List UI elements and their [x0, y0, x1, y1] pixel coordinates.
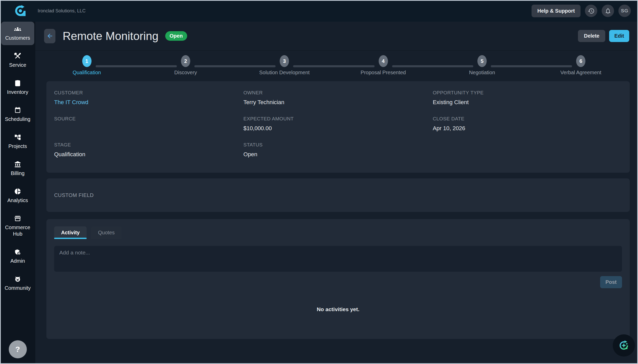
sidebar-item-admin[interactable]: Admin — [1, 245, 34, 268]
step-label: Discovery — [174, 70, 197, 76]
field-value — [54, 125, 243, 132]
step-number: 4 — [379, 55, 388, 67]
pig-icon — [14, 276, 21, 283]
custom-fields-card: CUSTOM FIELD — [46, 178, 630, 212]
sidebar-item-scheduling[interactable]: Scheduling — [1, 103, 34, 126]
sidebar-item-commerce-hub[interactable]: Commerce Hub — [1, 211, 34, 241]
field-label: STATUS — [243, 142, 433, 148]
admin-icon — [14, 249, 21, 255]
note-input-container — [54, 246, 622, 272]
field-value: $10,000.00 — [243, 125, 433, 132]
step-verbal-agreement[interactable]: 6 Verbal Agreement — [532, 55, 630, 76]
bell-icon — [604, 7, 611, 14]
topbar: Ironclad Solutions, LLC Help & Support S… — [0, 0, 638, 22]
sitemap-icon — [14, 134, 21, 141]
syncro-logo[interactable] — [14, 5, 26, 17]
opportunity-details-card: CUSTOMER The IT Crowd OWNER Terry Techni… — [46, 81, 630, 173]
step-label: Proposal Presented — [361, 70, 406, 76]
customer-link[interactable]: The IT Crowd — [54, 99, 243, 106]
sidebar-item-label: Community — [5, 285, 31, 291]
field-label: CUSTOMER — [54, 90, 243, 96]
sidebar-item-projects[interactable]: Projects — [1, 130, 34, 153]
company-name: Ironclad Solutions, LLC — [38, 8, 86, 14]
main-content: Remote Monitoring Open Delete Edit 1 Qua… — [35, 22, 638, 364]
inventory-icon — [14, 80, 21, 87]
step-label: Negotiation — [469, 70, 495, 76]
field-owner: OWNER Terry Technician — [243, 90, 433, 106]
field-label: EXPECTED AMOUNT — [243, 116, 433, 122]
sidebar-item-label: Analytics — [7, 197, 28, 204]
status-badge: Open — [165, 31, 187, 41]
field-expected-amount: EXPECTED AMOUNT $10,000.00 — [243, 116, 433, 132]
field-label: CLOSE DATE — [433, 116, 622, 122]
step-label: Solution Development — [259, 70, 310, 76]
sidebar-item-label: Customers — [5, 35, 30, 41]
field-label: OWNER — [243, 90, 433, 96]
field-empty — [433, 142, 622, 158]
stage-stepper: 1 Qualification 2 Discovery 3 Solution D… — [37, 55, 630, 76]
sidebar-item-label: Commerce Hub — [2, 224, 34, 237]
history-button[interactable] — [585, 5, 597, 17]
step-label: Verbal Agreement — [560, 70, 601, 76]
sidebar-item-customers[interactable]: Customers — [1, 22, 34, 45]
sidebar-item-billing[interactable]: Billing — [1, 157, 34, 180]
sidebar-item-label: Projects — [8, 143, 27, 150]
bank-icon — [14, 161, 21, 168]
field-value: Qualification — [54, 151, 243, 158]
tab-activity[interactable]: Activity — [54, 226, 87, 239]
back-button[interactable] — [44, 29, 55, 43]
field-label: OPPORTUNITY TYPE — [433, 90, 622, 96]
step-label: Qualification — [73, 70, 101, 76]
step-number: 3 — [280, 55, 289, 67]
field-status: STATUS Open — [243, 142, 433, 158]
user-avatar[interactable]: SG — [618, 5, 631, 17]
sidebar-item-inventory[interactable]: Inventory — [1, 76, 34, 99]
notifications-button[interactable] — [602, 5, 614, 17]
field-close-date: CLOSE DATE Apr 10, 2026 — [433, 116, 622, 132]
field-customer: CUSTOMER The IT Crowd — [54, 90, 243, 106]
delete-button[interactable]: Delete — [578, 30, 605, 42]
arrow-left-icon — [46, 32, 53, 39]
field-label: STAGE — [54, 142, 243, 148]
sidebar: Customers Service Inventory Scheduling P… — [0, 22, 35, 364]
pie-chart-icon — [14, 188, 21, 195]
field-source: SOURCE — [54, 116, 243, 132]
field-value: Existing Client — [433, 99, 622, 106]
field-value: Terry Technician — [243, 99, 433, 106]
page-title: Remote Monitoring — [63, 30, 159, 43]
customers-icon — [14, 26, 21, 32]
ai-assistant-button[interactable] — [613, 334, 635, 357]
sidebar-item-service[interactable]: Service — [1, 49, 34, 72]
sidebar-item-label: Admin — [10, 258, 25, 264]
activity-card: Activity Quotes Post No activities yet. — [46, 219, 630, 339]
step-number: 6 — [576, 55, 585, 67]
field-label: SOURCE — [54, 116, 243, 122]
activity-tabs: Activity Quotes — [54, 226, 622, 239]
help-support-button[interactable]: Help & Support — [532, 5, 581, 17]
field-opportunity-type: OPPORTUNITY TYPE Existing Client — [433, 90, 622, 106]
step-number: 1 — [82, 55, 92, 67]
tab-quotes[interactable]: Quotes — [91, 226, 121, 239]
post-button[interactable]: Post — [600, 276, 622, 288]
service-icon — [14, 53, 21, 60]
custom-field-label: CUSTOM FIELD — [54, 192, 94, 198]
sidebar-item-label: Service — [9, 62, 26, 68]
sidebar-item-label: Scheduling — [5, 116, 30, 122]
storefront-icon — [14, 215, 21, 222]
sidebar-item-label: Billing — [11, 170, 24, 177]
field-value: Open — [243, 151, 433, 158]
ai-sparkle-icon — [618, 339, 630, 352]
empty-activities-message: No activities yet. — [54, 306, 622, 312]
sidebar-item-label: Inventory — [7, 89, 28, 95]
page-header: Remote Monitoring Open Delete Edit — [35, 22, 638, 51]
field-value: Apr 10, 2026 — [433, 125, 622, 132]
field-stage: STAGE Qualification — [54, 142, 243, 158]
step-number: 5 — [477, 55, 487, 67]
step-number: 2 — [181, 55, 190, 67]
edit-button[interactable]: Edit — [609, 30, 629, 42]
sidebar-item-community[interactable]: Community — [1, 272, 34, 295]
calendar-icon — [14, 107, 21, 114]
sidebar-item-analytics[interactable]: Analytics — [1, 184, 34, 208]
note-input[interactable] — [59, 250, 617, 268]
help-button[interactable]: ? — [9, 340, 27, 358]
